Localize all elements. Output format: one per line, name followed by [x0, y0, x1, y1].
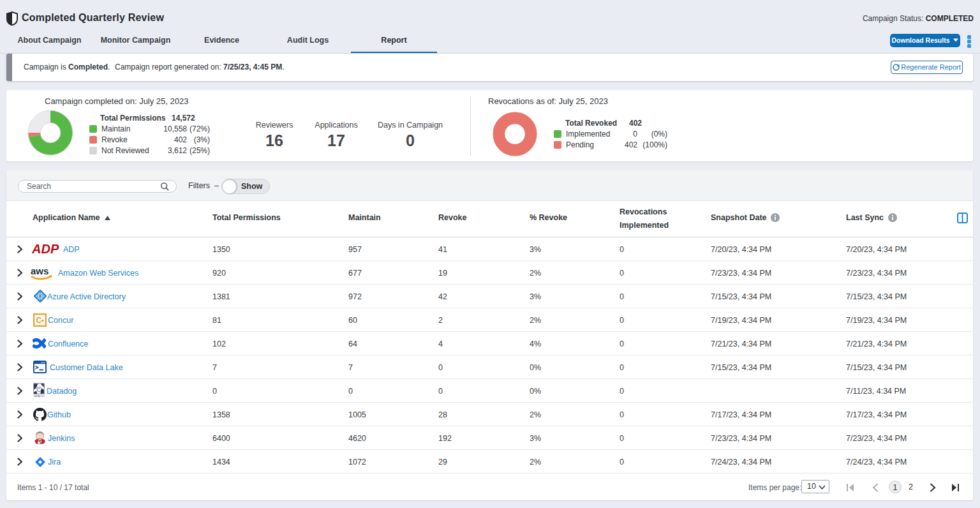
- svg-text:C: C: [36, 316, 42, 325]
- svg-text:ADP: ADP: [32, 243, 59, 256]
- svg-text:DATADOG: DATADOG: [34, 395, 45, 397]
- svg-text:aws: aws: [31, 265, 48, 276]
